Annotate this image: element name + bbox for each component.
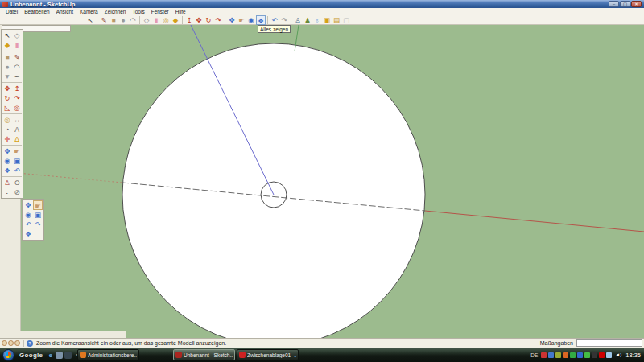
internet-explorer-icon[interactable]: e — [47, 352, 54, 359]
walk-icon[interactable]: ∵ — [2, 187, 12, 197]
push-pull-icon[interactable]: ↥ — [12, 84, 22, 93]
push-pull-icon[interactable]: ↥ — [184, 15, 194, 25]
zoom-icon[interactable]: ◉ — [2, 156, 12, 166]
arc-icon[interactable]: ◠ — [12, 62, 22, 72]
select-icon[interactable]: ↖ — [85, 15, 95, 25]
eraser-icon[interactable]: ▮ — [12, 40, 22, 50]
previous-view-icon[interactable]: ↶ — [270, 15, 279, 25]
google-deskbar[interactable]: Google — [19, 352, 43, 359]
google-earth-icon[interactable]: ♁ — [312, 15, 322, 25]
rotate-icon[interactable]: ↻ — [204, 15, 213, 25]
arc-icon[interactable]: ◠ — [128, 15, 138, 25]
rectangle-icon[interactable]: ■ — [2, 52, 12, 62]
menu-item-tools[interactable]: Tools — [129, 9, 147, 14]
drawing-area[interactable]: ↖◇◆▮■✎●◠▼∽✥↥↻↷◺◎◎↔◔A✛Δ✥☛◉▣❖↶♙⊙∵⊘ ✥☛◉▣↶↷❖… — [0, 25, 644, 338]
menu-item-kamera[interactable]: Kamera — [76, 9, 101, 14]
move-icon[interactable]: ✥ — [2, 84, 12, 93]
get-models-icon[interactable]: ▣ — [322, 15, 332, 25]
place-model-icon[interactable]: ♟ — [303, 15, 312, 25]
axes-icon[interactable]: ✛ — [2, 134, 12, 144]
menu-item-hilfe[interactable]: Hilfe — [172, 9, 189, 14]
next-view-icon[interactable]: ↷ — [279, 15, 289, 25]
tray-icon[interactable] — [577, 352, 583, 358]
minimize-button[interactable]: – — [609, 1, 619, 7]
help-icon[interactable]: ? — [27, 340, 33, 347]
line-icon[interactable]: ✎ — [99, 15, 109, 25]
select-icon[interactable]: ↖ — [2, 31, 12, 40]
credits-icon[interactable] — [8, 340, 14, 346]
clock[interactable]: 18:35 — [625, 352, 641, 359]
task-sketchup[interactable]: Unbenannt - Sketch... — [173, 349, 235, 360]
tape-measure-icon[interactable]: ◎ — [161, 15, 171, 25]
zoom-window-icon[interactable]: ▣ — [12, 156, 22, 166]
pan-icon[interactable]: ☛ — [33, 200, 43, 210]
language-indicator[interactable]: DE — [530, 352, 538, 358]
zoom-extents-icon[interactable]: ❖ — [256, 15, 266, 25]
get-current-view-icon[interactable]: ♙ — [293, 15, 303, 25]
geolocation-icon[interactable] — [14, 340, 20, 346]
text-icon[interactable]: A — [12, 125, 22, 134]
polygon-icon[interactable]: ▼ — [2, 72, 12, 81]
make-component-icon[interactable]: ◇ — [12, 31, 22, 40]
zoom-icon[interactable]: ◉ — [23, 210, 33, 220]
close-button[interactable]: ✕ — [631, 1, 642, 7]
position-camera-icon[interactable]: ♙ — [2, 178, 12, 187]
tape-measure-icon[interactable]: ◎ — [2, 115, 12, 125]
zoom-icon[interactable]: ◉ — [246, 15, 256, 25]
orbit-icon[interactable]: ✥ — [2, 146, 12, 156]
quick-launch-icon[interactable] — [64, 352, 72, 359]
maximize-button[interactable]: ▢ — [620, 1, 630, 7]
tray-icon[interactable] — [541, 352, 547, 358]
measurements-field[interactable] — [576, 339, 642, 347]
model-view[interactable] — [0, 25, 644, 338]
previous-view-icon[interactable]: ↶ — [23, 220, 33, 229]
make-component-icon[interactable]: ◇ — [142, 15, 151, 25]
eraser-icon[interactable]: ▮ — [151, 15, 161, 25]
look-around-icon[interactable]: ⊙ — [12, 178, 22, 187]
start-button[interactable] — [2, 349, 14, 361]
follow-me-icon[interactable]: ↷ — [213, 15, 223, 25]
protractor-icon[interactable]: ◔ — [2, 125, 12, 134]
paint-bucket-icon[interactable]: ◆ — [171, 15, 180, 25]
menu-item-fenster[interactable]: Fenster — [148, 9, 172, 14]
orbit-icon[interactable]: ✥ — [227, 15, 237, 25]
extra-tool-icon[interactable]: ▢ — [341, 15, 351, 25]
tray-icon[interactable] — [570, 352, 576, 358]
menu-item-zeichnen[interactable]: Zeichnen — [101, 9, 130, 14]
rectangle-icon[interactable]: ■ — [109, 15, 118, 25]
zoom-extents-icon[interactable]: ❖ — [23, 229, 33, 239]
tray-icon[interactable] — [563, 352, 568, 358]
attribution-icon[interactable] — [2, 340, 7, 346]
tray-icon[interactable] — [555, 352, 561, 358]
offset-icon[interactable]: ◎ — [12, 103, 22, 113]
quick-launch-icon[interactable] — [56, 352, 63, 359]
tray-icon[interactable] — [548, 352, 554, 358]
paint-bucket-icon[interactable]: ◆ — [2, 40, 12, 50]
circle-icon[interactable]: ● — [118, 15, 128, 25]
move-icon[interactable]: ✥ — [194, 15, 204, 25]
freehand-icon[interactable]: ∽ — [12, 72, 22, 81]
section-plane-icon[interactable]: ⊘ — [12, 187, 22, 197]
circle-icon[interactable]: ● — [2, 62, 12, 72]
pan-icon[interactable]: ☛ — [12, 146, 22, 156]
share-model-icon[interactable]: ▤ — [332, 15, 341, 25]
pan-icon[interactable]: ☛ — [237, 15, 246, 25]
follow-me-icon[interactable]: ↷ — [12, 93, 22, 103]
rotate-icon[interactable]: ↻ — [2, 93, 12, 103]
menu-item-datei[interactable]: Datei — [2, 9, 21, 14]
tray-icon[interactable] — [599, 352, 605, 358]
zoom-window-icon[interactable]: ▣ — [33, 210, 43, 220]
threed-text-icon[interactable]: Δ — [12, 134, 22, 144]
scale-icon[interactable]: ◺ — [2, 103, 12, 113]
tray-icon[interactable] — [606, 352, 612, 358]
next-view-icon[interactable]: ↷ — [33, 220, 43, 229]
menu-item-bearbeiten[interactable]: Bearbeiten — [21, 9, 52, 14]
orbit-icon[interactable]: ✥ — [23, 200, 33, 210]
tray-icon[interactable] — [584, 352, 590, 358]
task-administration[interactable]: Administrationsbere... — [77, 349, 139, 360]
dimension-icon[interactable]: ↔ — [12, 115, 22, 125]
menu-item-ansicht[interactable]: Ansicht — [53, 9, 76, 14]
previous-view-icon[interactable]: ↶ — [12, 166, 22, 175]
task-zwischenablage[interactable]: Zwischenablage01 -... — [237, 349, 299, 360]
tray-icon[interactable] — [592, 352, 597, 358]
